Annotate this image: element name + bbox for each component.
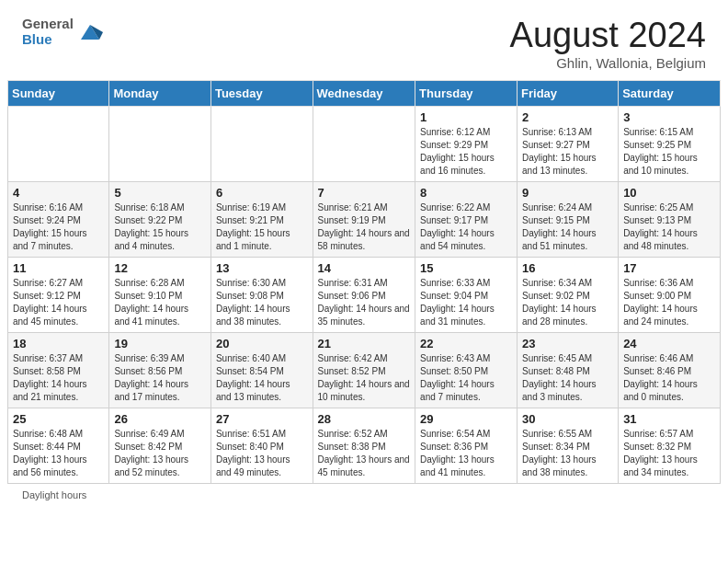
logo-blue: Blue xyxy=(22,32,74,48)
calendar-day-header: Wednesday xyxy=(313,80,415,106)
footer: Daylight hours xyxy=(0,484,728,504)
calendar-day-header: Friday xyxy=(518,80,619,106)
logo-general: General xyxy=(22,17,74,32)
calendar-day-cell: 22Sunrise: 6:43 AM Sunset: 8:50 PM Dayli… xyxy=(415,332,518,408)
calendar-week-row: 11Sunrise: 6:27 AM Sunset: 9:12 PM Dayli… xyxy=(8,257,721,332)
day-number: 17 xyxy=(623,261,715,275)
day-number: 5 xyxy=(114,186,206,200)
day-number: 26 xyxy=(114,412,206,426)
day-info: Sunrise: 6:42 AM Sunset: 8:52 PM Dayligh… xyxy=(318,352,411,404)
calendar-day-cell: 24Sunrise: 6:46 AM Sunset: 8:46 PM Dayli… xyxy=(619,332,721,408)
day-number: 15 xyxy=(420,261,512,275)
calendar-day-cell: 19Sunrise: 6:39 AM Sunset: 8:56 PM Dayli… xyxy=(109,332,211,408)
day-info: Sunrise: 6:25 AM Sunset: 9:13 PM Dayligh… xyxy=(623,201,715,253)
day-info: Sunrise: 6:40 AM Sunset: 8:54 PM Dayligh… xyxy=(216,352,308,404)
day-info: Sunrise: 6:55 AM Sunset: 8:34 PM Dayligh… xyxy=(522,428,613,479)
calendar-week-row: 18Sunrise: 6:37 AM Sunset: 8:58 PM Dayli… xyxy=(8,332,721,408)
day-number: 27 xyxy=(216,412,308,426)
calendar-day-cell xyxy=(210,106,313,181)
calendar-day-header: Thursday xyxy=(415,80,518,106)
calendar-day-cell: 26Sunrise: 6:49 AM Sunset: 8:42 PM Dayli… xyxy=(109,408,211,483)
day-number: 3 xyxy=(623,110,715,124)
calendar-day-cell: 18Sunrise: 6:37 AM Sunset: 8:58 PM Dayli… xyxy=(8,332,109,408)
calendar-day-cell: 5Sunrise: 6:18 AM Sunset: 9:22 PM Daylig… xyxy=(109,181,211,257)
day-number: 23 xyxy=(522,337,613,350)
day-info: Sunrise: 6:28 AM Sunset: 9:10 PM Dayligh… xyxy=(114,277,206,328)
day-info: Sunrise: 6:13 AM Sunset: 9:27 PM Dayligh… xyxy=(522,126,613,178)
day-number: 25 xyxy=(13,412,104,426)
day-info: Sunrise: 6:30 AM Sunset: 9:08 PM Dayligh… xyxy=(216,277,308,328)
day-info: Sunrise: 6:15 AM Sunset: 9:25 PM Dayligh… xyxy=(623,126,715,178)
day-info: Sunrise: 6:24 AM Sunset: 9:15 PM Dayligh… xyxy=(522,201,613,253)
calendar-day-cell: 20Sunrise: 6:40 AM Sunset: 8:54 PM Dayli… xyxy=(210,332,313,408)
day-number: 6 xyxy=(216,186,308,200)
day-info: Sunrise: 6:51 AM Sunset: 8:40 PM Dayligh… xyxy=(216,428,308,479)
day-info: Sunrise: 6:45 AM Sunset: 8:48 PM Dayligh… xyxy=(522,352,613,404)
day-number: 2 xyxy=(522,110,613,124)
day-info: Sunrise: 6:31 AM Sunset: 9:06 PM Dayligh… xyxy=(318,277,411,328)
day-info: Sunrise: 6:37 AM Sunset: 8:58 PM Dayligh… xyxy=(13,352,104,404)
day-number: 22 xyxy=(420,337,512,350)
calendar-day-cell: 29Sunrise: 6:54 AM Sunset: 8:36 PM Dayli… xyxy=(415,408,518,483)
day-number: 10 xyxy=(623,186,715,200)
calendar-day-cell xyxy=(313,106,415,181)
day-number: 24 xyxy=(623,337,715,350)
calendar-table: SundayMondayTuesdayWednesdayThursdayFrid… xyxy=(7,80,721,484)
calendar-day-cell: 4Sunrise: 6:16 AM Sunset: 9:24 PM Daylig… xyxy=(8,181,109,257)
day-number: 4 xyxy=(13,186,104,200)
day-info: Sunrise: 6:39 AM Sunset: 8:56 PM Dayligh… xyxy=(114,352,206,404)
day-number: 16 xyxy=(522,261,613,275)
day-info: Sunrise: 6:43 AM Sunset: 8:50 PM Dayligh… xyxy=(420,352,512,404)
calendar-week-row: 1Sunrise: 6:12 AM Sunset: 9:29 PM Daylig… xyxy=(8,106,721,181)
day-number: 14 xyxy=(318,261,411,275)
calendar-day-cell: 2Sunrise: 6:13 AM Sunset: 9:27 PM Daylig… xyxy=(518,106,619,181)
day-info: Sunrise: 6:21 AM Sunset: 9:19 PM Dayligh… xyxy=(318,201,411,253)
day-info: Sunrise: 6:34 AM Sunset: 9:02 PM Dayligh… xyxy=(522,277,613,328)
calendar-week-row: 25Sunrise: 6:48 AM Sunset: 8:44 PM Dayli… xyxy=(8,408,721,483)
day-number: 13 xyxy=(216,261,308,275)
day-info: Sunrise: 6:46 AM Sunset: 8:46 PM Dayligh… xyxy=(623,352,715,404)
logo-text: General Blue xyxy=(22,17,74,47)
day-number: 9 xyxy=(522,186,613,200)
calendar-day-header: Monday xyxy=(109,80,211,106)
calendar-day-cell: 16Sunrise: 6:34 AM Sunset: 9:02 PM Dayli… xyxy=(518,257,619,332)
day-info: Sunrise: 6:22 AM Sunset: 9:17 PM Dayligh… xyxy=(420,201,512,253)
day-info: Sunrise: 6:33 AM Sunset: 9:04 PM Dayligh… xyxy=(420,277,512,328)
day-info: Sunrise: 6:19 AM Sunset: 9:21 PM Dayligh… xyxy=(216,201,308,253)
calendar-day-cell: 7Sunrise: 6:21 AM Sunset: 9:19 PM Daylig… xyxy=(313,181,415,257)
day-info: Sunrise: 6:54 AM Sunset: 8:36 PM Dayligh… xyxy=(420,428,512,479)
calendar-day-cell: 11Sunrise: 6:27 AM Sunset: 9:12 PM Dayli… xyxy=(8,257,109,332)
calendar-day-cell: 27Sunrise: 6:51 AM Sunset: 8:40 PM Dayli… xyxy=(210,408,313,483)
calendar-container: SundayMondayTuesdayWednesdayThursdayFrid… xyxy=(0,80,728,484)
calendar-header-row: SundayMondayTuesdayWednesdayThursdayFrid… xyxy=(8,80,721,106)
day-info: Sunrise: 6:48 AM Sunset: 8:44 PM Dayligh… xyxy=(13,428,104,479)
location-subtitle: Ghlin, Wallonia, Belgium xyxy=(510,55,706,71)
day-number: 11 xyxy=(13,261,104,275)
calendar-day-header: Saturday xyxy=(619,80,721,106)
calendar-day-cell: 9Sunrise: 6:24 AM Sunset: 9:15 PM Daylig… xyxy=(518,181,619,257)
calendar-day-cell: 8Sunrise: 6:22 AM Sunset: 9:17 PM Daylig… xyxy=(415,181,518,257)
calendar-day-cell: 13Sunrise: 6:30 AM Sunset: 9:08 PM Dayli… xyxy=(210,257,313,332)
calendar-day-cell: 12Sunrise: 6:28 AM Sunset: 9:10 PM Dayli… xyxy=(109,257,211,332)
calendar-day-cell xyxy=(109,106,211,181)
day-number: 21 xyxy=(318,337,411,350)
day-number: 20 xyxy=(216,337,308,350)
month-year-title: August 2024 xyxy=(510,17,706,55)
day-number: 12 xyxy=(114,261,206,275)
calendar-day-cell: 10Sunrise: 6:25 AM Sunset: 9:13 PM Dayli… xyxy=(619,181,721,257)
day-number: 31 xyxy=(623,412,715,426)
day-number: 18 xyxy=(13,337,104,350)
day-number: 28 xyxy=(318,412,411,426)
calendar-day-cell: 31Sunrise: 6:57 AM Sunset: 8:32 PM Dayli… xyxy=(619,408,721,483)
calendar-day-cell: 15Sunrise: 6:33 AM Sunset: 9:04 PM Dayli… xyxy=(415,257,518,332)
calendar-day-cell xyxy=(8,106,109,181)
day-number: 30 xyxy=(522,412,613,426)
calendar-day-cell: 21Sunrise: 6:42 AM Sunset: 8:52 PM Dayli… xyxy=(313,332,415,408)
day-info: Sunrise: 6:27 AM Sunset: 9:12 PM Dayligh… xyxy=(13,277,104,328)
day-number: 7 xyxy=(318,186,411,200)
page-header: General Blue August 2024 Ghlin, Wallonia… xyxy=(0,0,728,80)
day-info: Sunrise: 6:57 AM Sunset: 8:32 PM Dayligh… xyxy=(623,428,715,479)
calendar-day-cell: 1Sunrise: 6:12 AM Sunset: 9:29 PM Daylig… xyxy=(415,106,518,181)
calendar-week-row: 4Sunrise: 6:16 AM Sunset: 9:24 PM Daylig… xyxy=(8,181,721,257)
day-info: Sunrise: 6:52 AM Sunset: 8:38 PM Dayligh… xyxy=(318,428,411,479)
